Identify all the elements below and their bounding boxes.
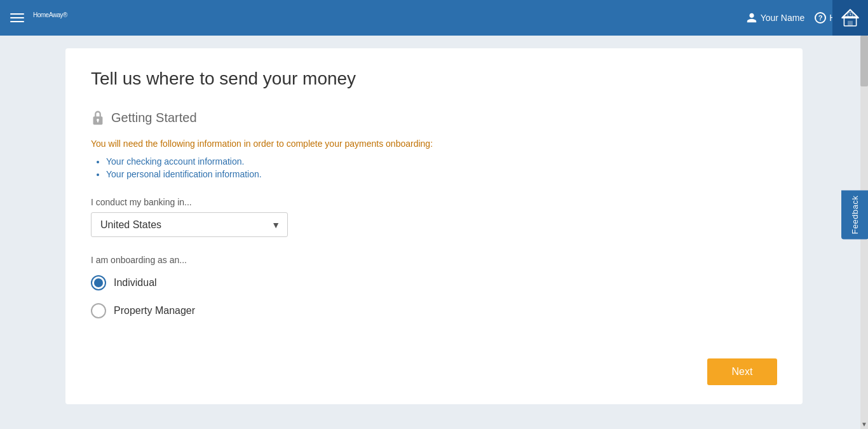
requirements-list: Your checking account information. Your … xyxy=(106,156,777,179)
hamburger-menu[interactable] xyxy=(10,13,24,22)
home-icon xyxy=(840,8,860,28)
onboard-type-group: Individual Property Manager xyxy=(91,275,777,318)
next-button[interactable]: Next xyxy=(707,358,777,385)
card-container: Tell us where to send your money Getting… xyxy=(65,48,803,404)
bottom-actions: Next xyxy=(707,348,777,385)
help-icon: ? xyxy=(815,12,826,24)
site-logo[interactable]: HomeAway® xyxy=(33,9,746,27)
property-manager-label: Property Manager xyxy=(114,305,195,317)
individual-radio-button[interactable] xyxy=(91,275,106,290)
user-name-label: Your Name xyxy=(761,13,805,23)
section-header: Getting Started xyxy=(91,109,777,126)
feedback-button[interactable]: Feedback xyxy=(841,190,868,239)
user-menu[interactable]: Your Name xyxy=(746,12,805,24)
banking-label: I conduct my banking in... xyxy=(91,197,777,207)
banking-country-select[interactable]: United States United Kingdom Canada Aust… xyxy=(91,212,288,237)
scrollbar-down-arrow[interactable]: ▼ xyxy=(860,419,868,429)
requirement-item-2: Your personal identification information… xyxy=(106,169,777,179)
lock-icon xyxy=(91,109,105,126)
banking-country-wrapper: United States United Kingdom Canada Aust… xyxy=(91,212,288,237)
onboard-as-label: I am onboarding as an... xyxy=(91,255,777,265)
info-text: You will need the following information … xyxy=(91,139,777,149)
home-button[interactable] xyxy=(832,0,868,36)
section-title: Getting Started xyxy=(111,111,197,125)
requirement-item-1: Your checking account information. xyxy=(106,156,777,167)
property-manager-radio-button[interactable] xyxy=(91,303,106,318)
page-title: Tell us where to send your money xyxy=(91,69,777,89)
main-header: HomeAway® Your Name ? Help xyxy=(0,0,868,36)
user-icon xyxy=(746,12,757,24)
individual-radio-item[interactable]: Individual xyxy=(91,275,777,290)
individual-label: Individual xyxy=(114,277,157,289)
svg-rect-2 xyxy=(848,21,853,26)
scrollbar-thumb[interactable] xyxy=(860,36,868,86)
property-manager-radio-item[interactable]: Property Manager xyxy=(91,303,777,318)
main-content: Tell us where to send your money Getting… xyxy=(0,36,868,417)
svg-rect-8 xyxy=(97,121,98,123)
feedback-tab-container: Feedback xyxy=(841,190,868,239)
radio-selected-indicator xyxy=(94,278,103,287)
